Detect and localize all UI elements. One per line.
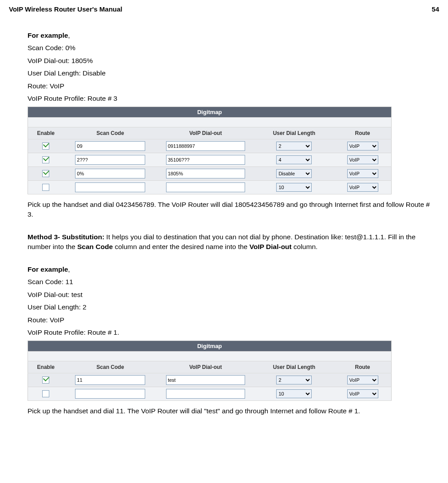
voip-dialout-input[interactable] [166, 169, 245, 178]
th-dial: VoIP Dial-out [157, 127, 254, 139]
user-dial-length-select[interactable]: 2 [276, 142, 312, 150]
example1-line-1: VoIP Dial-out: 1805% [28, 56, 430, 66]
enable-checkbox[interactable] [42, 390, 49, 397]
example2-line-3: Route: VoIP [28, 315, 430, 325]
user-dial-length-select[interactable]: 4 [276, 155, 312, 164]
table-row: DisableVoIP [28, 166, 392, 180]
th-len: User Dial Length [254, 361, 334, 373]
page-header-left: VoIP Wireless Router User's Manual [9, 5, 122, 13]
table-row: 10VoIP [28, 387, 392, 400]
route-select[interactable]: VoIP [347, 155, 378, 164]
page-number: 54 [432, 5, 439, 13]
th-enable: Enable [28, 127, 64, 139]
th-scan: Scan Code [64, 127, 157, 139]
method3-b2: VoIP Dial-out [250, 243, 292, 250]
scan-code-input[interactable] [75, 155, 145, 165]
table-row: 4VoIP [28, 153, 392, 166]
voip-dialout-input[interactable] [166, 141, 245, 151]
table1-title: Digitmap [28, 107, 392, 117]
th-route: Route [334, 361, 391, 373]
th-len: User Dial Length [254, 127, 334, 139]
example1-title: For example [28, 32, 68, 39]
user-dial-length-select[interactable]: 2 [276, 376, 312, 384]
table-row: 2VoIP [28, 139, 392, 153]
th-route: Route [334, 127, 391, 139]
enable-checkbox[interactable] [42, 143, 49, 150]
route-select[interactable]: VoIP [347, 389, 378, 398]
example1-line-3: Route: VoIP [28, 81, 430, 91]
enable-checkbox[interactable] [42, 170, 49, 177]
enable-checkbox[interactable] [42, 156, 49, 163]
scan-code-input[interactable] [75, 375, 145, 385]
digitmap-table-1: Digitmap Enable Scan Code VoIP Dial-out … [28, 107, 392, 194]
example1-line-4: VoIP Route Profile: Route # 3 [28, 94, 430, 103]
user-dial-length-select[interactable]: 10 [276, 389, 312, 398]
example2-line-4: VoIP Route Profile: Route # 1. [28, 328, 430, 337]
example2-title: For example [28, 265, 68, 273]
route-select[interactable]: VoIP [347, 142, 378, 150]
scan-code-input[interactable] [75, 141, 145, 151]
voip-dialout-input[interactable] [166, 182, 245, 192]
digitmap-table-2: Digitmap Enable Scan Code VoIP Dial-out … [28, 340, 392, 401]
paragraph-1: Pick up the handset and dial 0423456789.… [28, 200, 430, 220]
method3-text-c: column. [292, 243, 318, 250]
method3-text-b: column and enter the desired name into t… [113, 243, 250, 250]
scan-code-input[interactable] [75, 169, 145, 178]
route-select[interactable]: VoIP [347, 169, 378, 178]
method3-b1: Scan Code [77, 243, 113, 250]
voip-dialout-input[interactable] [166, 155, 245, 165]
th-enable: Enable [28, 361, 64, 373]
table-row: 2VoIP [28, 373, 392, 387]
scan-code-input[interactable] [75, 389, 145, 399]
example2-line-0: Scan Code: 11 [28, 277, 430, 287]
method3-label: Method 3- Substitution: [28, 233, 104, 241]
example1-line-2: User Dial Length: Disable [28, 68, 430, 78]
th-dial: VoIP Dial-out [157, 361, 254, 373]
paragraph-2: Pick up the handset and dial 11. The VoI… [28, 406, 430, 416]
table2-title: Digitmap [28, 340, 392, 351]
user-dial-length-select[interactable]: Disable [276, 169, 312, 178]
route-select[interactable]: VoIP [347, 376, 378, 384]
example1-line-0: Scan Code: 0% [28, 43, 430, 53]
enable-checkbox[interactable] [42, 376, 49, 384]
route-select[interactable]: VoIP [347, 183, 378, 192]
enable-checkbox[interactable] [42, 184, 49, 191]
scan-code-input[interactable] [75, 182, 145, 192]
user-dial-length-select[interactable]: 10 [276, 183, 312, 192]
example2-line-2: User Dial Length: 2 [28, 302, 430, 312]
th-scan: Scan Code [64, 361, 157, 373]
example2-line-1: VoIP Dial-out: test [28, 290, 430, 300]
voip-dialout-input[interactable] [166, 375, 245, 385]
voip-dialout-input[interactable] [166, 389, 245, 399]
table-row: 10VoIP [28, 180, 392, 194]
